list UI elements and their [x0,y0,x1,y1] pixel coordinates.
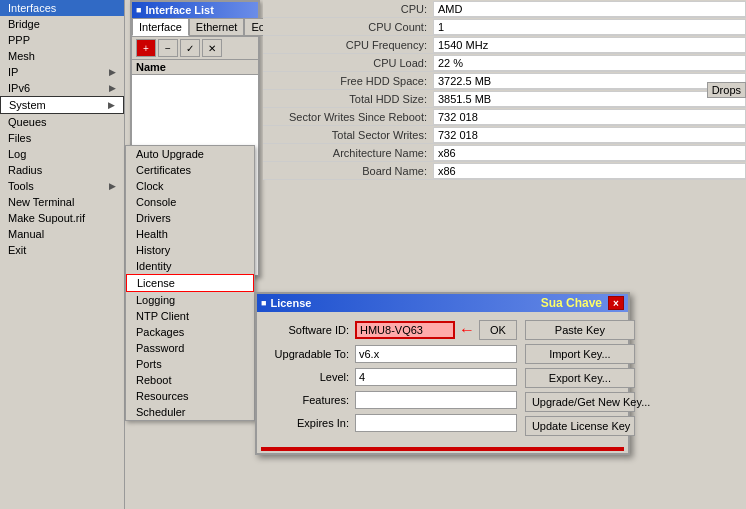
license-field-row-4: Expires In: [265,414,517,432]
license-field-row-2: Level: [265,368,517,386]
submenu-arrow-icon: ▶ [108,100,115,110]
drops-button[interactable]: Drops [707,82,746,98]
license-btn-4[interactable]: Update License Key [525,416,635,436]
license-title: License [270,297,311,309]
submenu-item-reboot[interactable]: Reboot [126,372,254,388]
info-value: 1540 MHz [433,37,746,53]
add-button[interactable]: + [136,39,156,57]
license-field-input-1[interactable] [355,345,517,363]
license-btn-3[interactable]: Upgrade/Get New Key... [525,392,635,412]
license-field-label-1: Upgradable To: [265,348,355,360]
submenu-arrow-icon: ▶ [109,67,116,77]
info-value: 1 [433,19,746,35]
table-header: Name [132,60,258,75]
toolbar: + − ✓ ✕ [132,37,258,60]
sidebar-item-new-terminal[interactable]: New Terminal [0,194,124,210]
license-field-label-2: Level: [265,371,355,383]
software-id-input[interactable] [355,321,455,339]
submenu-item-identity[interactable]: Identity [126,258,254,274]
info-value: 732 018 [433,127,746,143]
sidebar-item-queues[interactable]: Queues [0,114,124,130]
submenu-arrow-icon: ▶ [109,181,116,191]
tab-ethernet[interactable]: Ethernet [189,18,245,36]
sidebar-item-ipv6[interactable]: IPv6▶ [0,80,124,96]
info-row-6: Sector Writes Since Reboot:732 018 [263,108,746,126]
license-body: Software ID:←OKUpgradable To:Level:Featu… [257,312,628,445]
submenu-item-certificates[interactable]: Certificates [126,162,254,178]
submenu-item-health[interactable]: Health [126,226,254,242]
sidebar-item-ip[interactable]: IP▶ [0,64,124,80]
submenu-item-ntp-client[interactable]: NTP Client [126,308,254,324]
submenu-item-resources[interactable]: Resources [126,388,254,404]
tab-interface[interactable]: Interface [132,18,189,36]
sidebar-item-manual[interactable]: Manual [0,226,124,242]
ok-button[interactable]: OK [479,320,517,340]
info-row-7: Total Sector Writes:732 018 [263,126,746,144]
sidebar-item-ppp[interactable]: PPP [0,32,124,48]
remove-button[interactable]: − [158,39,178,57]
info-row-9: Board Name:x86 [263,162,746,180]
license-field-label-4: Expires In: [265,417,355,429]
arrow-icon: ← [459,321,475,339]
submenu-item-console[interactable]: Console [126,194,254,210]
sidebar-item-label: IPv6 [8,82,30,94]
sidebar-item-exit[interactable]: Exit [0,242,124,258]
license-btn-2[interactable]: Export Key... [525,368,635,388]
license-field-input-4[interactable] [355,414,517,432]
submenu-item-ports[interactable]: Ports [126,356,254,372]
submenu-item-drivers[interactable]: Drivers [126,210,254,226]
x-button[interactable]: ✕ [202,39,222,57]
license-field-row-3: Features: [265,391,517,409]
close-button[interactable]: × [608,296,624,310]
info-label: Total Sector Writes: [263,128,433,142]
submenu-item-license[interactable]: License [126,274,254,292]
submenu-item-clock[interactable]: Clock [126,178,254,194]
sidebar-item-tools[interactable]: Tools▶ [0,178,124,194]
info-label: Board Name: [263,164,433,178]
sidebar-item-files[interactable]: Files [0,130,124,146]
submenu-item-auto-upgrade[interactable]: Auto Upgrade [126,146,254,162]
info-row-0: CPU:AMD [263,0,746,18]
license-btn-1[interactable]: Import Key... [525,344,635,364]
submenu-item-password[interactable]: Password [126,340,254,356]
info-label: CPU Count: [263,20,433,34]
submenu-item-scheduler[interactable]: Scheduler [126,404,254,420]
sidebar-item-label: Log [8,148,26,160]
sidebar-item-radius[interactable]: Radius [0,162,124,178]
window-icon: ■ [136,5,141,15]
info-value: 22 % [433,55,746,71]
license-field-input-2[interactable] [355,368,517,386]
license-buttons: Paste KeyImport Key...Export Key...Upgra… [525,320,635,437]
sidebar-item-label: Manual [8,228,44,240]
sidebar: InterfacesBridgePPPMeshIP▶IPv6▶System▶Qu… [0,0,125,509]
sidebar-item-system[interactable]: System▶ [0,96,124,114]
license-btn-0[interactable]: Paste Key [525,320,635,340]
sidebar-item-label: Bridge [8,18,40,30]
sidebar-item-interfaces[interactable]: Interfaces [0,0,124,16]
info-value: x86 [433,145,746,161]
info-row-2: CPU Frequency:1540 MHz [263,36,746,54]
license-titlebar: ■ License Sua Chave × [257,294,628,312]
submenu-item-logging[interactable]: Logging [126,292,254,308]
tabs-bar: InterfaceEthernetEoIP [132,18,258,37]
name-column-header: Name [136,61,166,73]
sidebar-item-make-supout.rif[interactable]: Make Supout.rif [0,210,124,226]
info-row-5: Total HDD Size:3851.5 MB [263,90,746,108]
sidebar-item-label: IP [8,66,18,78]
submenu-item-packages[interactable]: Packages [126,324,254,340]
info-row-8: Architecture Name:x86 [263,144,746,162]
license-field-label-3: Features: [265,394,355,406]
software-id-row: ←OK [355,320,517,340]
info-value: AMD [433,1,746,17]
sidebar-item-mesh[interactable]: Mesh [0,48,124,64]
license-field-input-3[interactable] [355,391,517,409]
submenu-item-history[interactable]: History [126,242,254,258]
license-field-label-0: Software ID: [265,324,355,336]
sidebar-item-log[interactable]: Log [0,146,124,162]
sidebar-item-label: Tools [8,180,34,192]
info-value: 3851.5 MB [433,91,746,107]
check-button[interactable]: ✓ [180,39,200,57]
sidebar-item-label: New Terminal [8,196,74,208]
interface-list-title: Interface List [145,4,213,16]
sidebar-item-bridge[interactable]: Bridge [0,16,124,32]
